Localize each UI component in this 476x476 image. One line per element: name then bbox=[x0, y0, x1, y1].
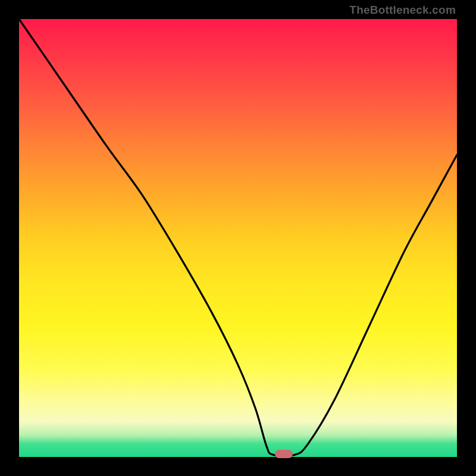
optimal-marker bbox=[275, 450, 293, 458]
watermark-text: TheBottleneck.com bbox=[349, 4, 456, 17]
bottleneck-curve bbox=[19, 19, 457, 457]
